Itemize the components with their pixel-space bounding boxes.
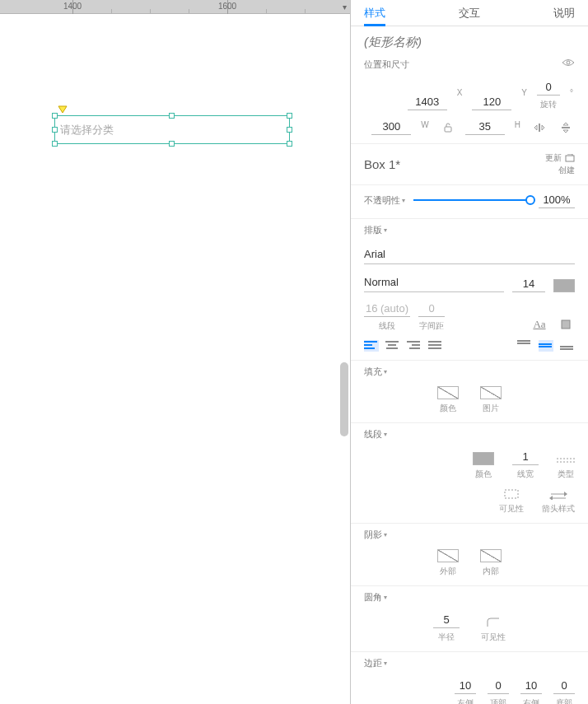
shadow-outer-swatch[interactable] (437, 549, 459, 562)
svg-marker-30 (564, 492, 567, 497)
section-stroke: 线段▾ 颜色 线宽 类型 可见性 箭头样式 (351, 423, 588, 524)
y-label: Y (520, 88, 529, 102)
svg-rect-4 (562, 127, 570, 128)
tab-interact[interactable]: 交互 (459, 6, 480, 21)
corner-radius-input[interactable] (433, 612, 460, 628)
section-position-size: 位置和尺寸 X Y 旋转 ° W H (351, 54, 588, 144)
lock-aspect-icon[interactable] (439, 120, 457, 135)
svg-rect-3 (539, 124, 540, 132)
ruler-tick-1400: 1400 (63, 2, 82, 11)
resize-handle-w[interactable] (52, 127, 58, 133)
section-title-pos: 位置和尺寸 (364, 58, 409, 71)
opacity-slider-thumb[interactable] (525, 195, 535, 205)
section-typography: 排版▾ 线段 字间距 Aa (351, 219, 588, 361)
shape-name-input[interactable] (364, 35, 575, 49)
style-update-button[interactable]: 更新 (545, 152, 562, 164)
style-create-button[interactable]: 创建 (558, 165, 575, 176)
padding-left-input[interactable] (455, 678, 476, 694)
align-center-icon[interactable] (385, 340, 400, 352)
section-corner: 圆角▾ 半径 可见性 (351, 586, 588, 652)
resize-handle-ne[interactable] (287, 113, 292, 119)
font-family-select[interactable] (364, 245, 575, 264)
align-left-icon[interactable] (364, 340, 379, 352)
tab-style[interactable]: 样式 (364, 6, 385, 21)
tab-notes[interactable]: 说明 (553, 6, 575, 21)
resize-handle-e[interactable] (287, 127, 292, 133)
align-right-icon[interactable] (407, 340, 422, 352)
h-label: H (513, 120, 522, 134)
svg-rect-2 (445, 127, 451, 132)
font-color-swatch[interactable] (553, 279, 575, 292)
deg-symbol: ° (568, 88, 575, 102)
text-extras-icon[interactable] (557, 317, 575, 332)
v-align-group (517, 340, 575, 352)
canvas-pane[interactable]: 1400 1600 ▾ 请选择分类 (0, 0, 350, 704)
align-justify-icon[interactable] (428, 340, 443, 352)
visibility-eye-icon[interactable] (562, 58, 575, 67)
w-label: W (419, 120, 430, 134)
padding-top-input[interactable] (488, 678, 509, 694)
stroke-width-input[interactable] (512, 449, 539, 465)
ruler-menu-icon[interactable]: ▾ (338, 0, 350, 14)
stroke-color-swatch[interactable] (473, 452, 494, 465)
ruler-horizontal: 1400 1600 ▾ (0, 0, 350, 14)
arrow-style-icon[interactable] (549, 492, 567, 500)
resize-handle-sw[interactable] (52, 141, 58, 147)
applied-style-name: Box 1* (364, 157, 400, 171)
stroke-type-icon[interactable] (557, 457, 575, 465)
stroke-visibility-icon[interactable] (503, 488, 520, 500)
corner-visibility-icon[interactable] (486, 617, 501, 628)
x-label: X (455, 88, 464, 102)
section-applied-style: Box 1* 更新 创建 (351, 144, 588, 185)
padding-right-input[interactable] (520, 678, 542, 694)
resize-handle-nw[interactable] (52, 113, 58, 119)
y-input[interactable] (472, 94, 511, 110)
opacity-input[interactable] (539, 192, 575, 208)
h-align-group (364, 340, 443, 352)
svg-rect-28 (505, 490, 518, 498)
canvas-scrollbar[interactable] (340, 362, 348, 436)
shadow-inner-swatch[interactable] (480, 549, 502, 562)
section-padding: 边距▾ 左侧 顶部 右侧 底部 (351, 652, 588, 704)
svg-marker-0 (58, 106, 67, 113)
letter-spacing-input[interactable] (418, 301, 445, 317)
resize-handle-se[interactable] (287, 141, 292, 147)
selected-shape[interactable]: 请选择分类 (54, 115, 290, 144)
style-manage-icon[interactable] (565, 154, 575, 162)
fill-color-swatch[interactable] (437, 386, 459, 399)
inspector-tabs: 样式 交互 说明 (351, 0, 588, 26)
svg-rect-5 (566, 156, 574, 161)
opacity-slider[interactable] (413, 199, 530, 201)
valign-top-icon[interactable] (517, 340, 532, 352)
h-input[interactable] (465, 119, 505, 135)
font-weight-select[interactable] (364, 273, 504, 292)
fill-image-swatch[interactable] (480, 386, 502, 399)
font-size-input[interactable] (512, 276, 545, 292)
section-shadow: 阴影▾ 外部 内部 (351, 524, 588, 586)
resize-handle-s[interactable] (169, 141, 175, 147)
section-opacity: 不透明性▾ (351, 185, 588, 219)
svg-marker-32 (549, 496, 553, 500)
svg-point-1 (567, 61, 570, 64)
resize-handle-n[interactable] (169, 113, 175, 119)
note-marker-icon[interactable] (58, 105, 68, 114)
valign-middle-icon[interactable] (539, 340, 553, 352)
valign-bottom-icon[interactable] (560, 340, 575, 352)
line-height-input[interactable] (364, 301, 410, 317)
svg-rect-6 (562, 320, 570, 329)
x-input[interactable] (408, 94, 447, 110)
text-case-icon[interactable]: Aa (530, 317, 548, 332)
w-input[interactable] (371, 119, 411, 135)
flip-h-icon[interactable] (530, 120, 548, 135)
inspector-panel: 样式 交互 说明 位置和尺寸 X Y 旋转 ° W H (350, 0, 588, 704)
section-fill: 填充▾ 颜色 图片 (351, 361, 588, 423)
padding-bottom-input[interactable] (553, 678, 575, 694)
rotation-input[interactable] (537, 79, 560, 96)
shape-placeholder-text: 请选择分类 (60, 123, 114, 138)
ruler-tick-1600: 1600 (218, 2, 236, 11)
flip-v-icon[interactable] (557, 120, 575, 135)
